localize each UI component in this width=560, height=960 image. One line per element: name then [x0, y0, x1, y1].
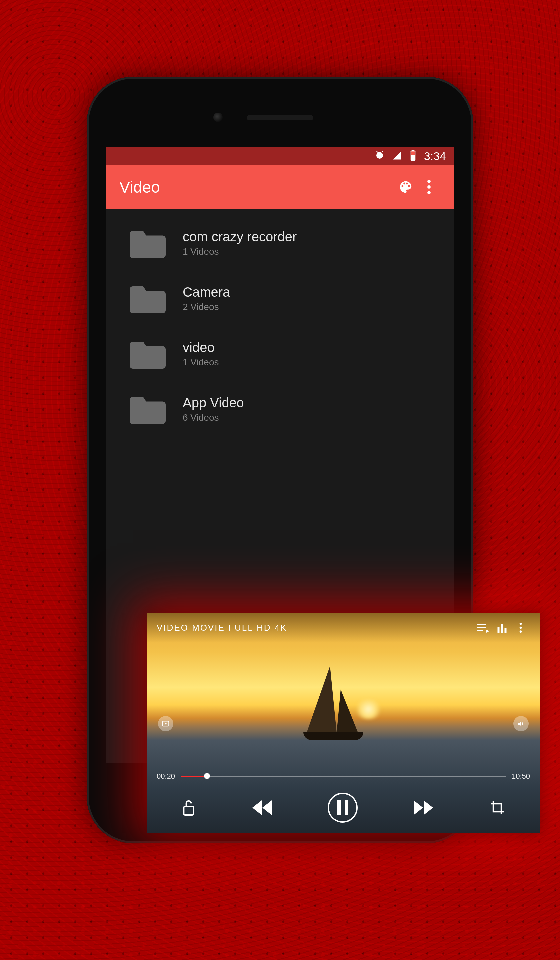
- duration: 10:50: [512, 772, 530, 781]
- folder-icon: [130, 283, 166, 313]
- svg-point-4: [427, 185, 430, 189]
- seek-track[interactable]: [181, 776, 506, 777]
- lock-button[interactable]: [181, 799, 196, 816]
- svg-rect-18: [345, 800, 348, 815]
- volume-button[interactable]: [514, 716, 529, 731]
- crop-button[interactable]: [489, 800, 505, 816]
- svg-rect-17: [338, 800, 341, 815]
- more-options-button[interactable]: [418, 180, 441, 194]
- playlist-button[interactable]: [474, 622, 493, 633]
- alarm-icon: [375, 150, 385, 162]
- next-button[interactable]: [414, 800, 434, 815]
- folder-text: App Video 6 Videos: [183, 395, 244, 423]
- folder-list: com crazy recorder 1 Videos Camera 2 Vid…: [106, 209, 454, 437]
- current-time: 00:20: [157, 772, 175, 781]
- signal-icon: [392, 150, 402, 162]
- popout-play-button[interactable]: [158, 716, 173, 731]
- phone-speaker: [247, 115, 313, 120]
- seek-fill: [181, 776, 207, 777]
- svg-rect-10: [501, 624, 503, 633]
- svg-rect-8: [477, 630, 483, 631]
- theme-button[interactable]: [394, 179, 418, 195]
- player-controls: [147, 793, 540, 823]
- video-player-overlay: VIDEO MOVIE FULL HD 4K 00:20 10:50: [147, 613, 540, 833]
- app-bar: Video: [106, 165, 454, 209]
- folder-text: video 1 Videos: [183, 340, 219, 368]
- folder-row[interactable]: App Video 6 Videos: [106, 381, 454, 437]
- folder-icon: [130, 339, 166, 369]
- svg-point-12: [520, 622, 522, 625]
- battery-icon: [409, 150, 417, 162]
- status-bar: 3:34: [106, 147, 454, 165]
- folder-count: 6 Videos: [183, 412, 244, 423]
- player-more-button[interactable]: [511, 622, 530, 633]
- svg-rect-7: [477, 627, 486, 628]
- folder-text: com crazy recorder 1 Videos: [183, 229, 297, 257]
- previous-button[interactable]: [252, 800, 272, 815]
- svg-point-3: [427, 180, 430, 183]
- player-mid-controls: [147, 716, 540, 731]
- svg-rect-16: [184, 806, 194, 815]
- video-title: VIDEO MOVIE FULL HD 4K: [157, 622, 474, 633]
- folder-name: Camera: [183, 285, 230, 300]
- phone-camera: [213, 113, 222, 122]
- pause-button[interactable]: [328, 793, 358, 823]
- svg-rect-6: [477, 624, 486, 626]
- svg-point-5: [427, 191, 430, 194]
- svg-point-13: [520, 627, 522, 629]
- folder-icon: [130, 394, 166, 424]
- app-title: Video: [119, 178, 394, 196]
- folder-name: App Video: [183, 395, 244, 410]
- equalizer-button[interactable]: [493, 622, 511, 633]
- progress-bar[interactable]: 00:20 10:50: [157, 772, 530, 781]
- svg-point-14: [520, 630, 522, 633]
- folder-name: video: [183, 340, 219, 355]
- folder-count: 2 Videos: [183, 302, 230, 312]
- folder-row[interactable]: com crazy recorder 1 Videos: [106, 215, 454, 270]
- status-time: 3:34: [424, 150, 446, 163]
- seek-thumb[interactable]: [204, 773, 210, 779]
- folder-row[interactable]: Camera 2 Videos: [106, 270, 454, 326]
- folder-count: 1 Videos: [183, 357, 219, 368]
- folder-name: com crazy recorder: [183, 229, 297, 244]
- folder-icon: [130, 228, 166, 258]
- svg-rect-9: [498, 627, 500, 633]
- svg-rect-2: [411, 151, 415, 155]
- svg-rect-1: [411, 150, 414, 151]
- folder-text: Camera 2 Videos: [183, 285, 230, 312]
- folder-row[interactable]: video 1 Videos: [106, 326, 454, 381]
- svg-rect-11: [505, 628, 507, 633]
- folder-count: 1 Videos: [183, 246, 297, 257]
- player-top-bar: VIDEO MOVIE FULL HD 4K: [147, 613, 540, 643]
- video-frame-hull: [303, 732, 363, 740]
